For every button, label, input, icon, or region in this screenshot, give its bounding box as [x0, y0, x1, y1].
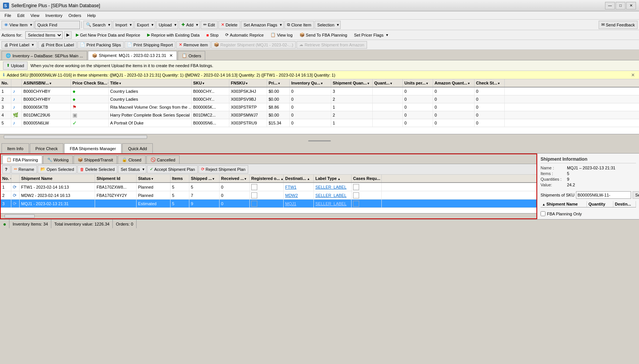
table-row[interactable]: 4 🌿 B01DMC29U6 ▣ Harry Potter Complete B…: [0, 111, 639, 119]
tab-item-info[interactable]: Item Info: [2, 143, 29, 153]
tab-quick-add[interactable]: Quick Add: [122, 143, 152, 153]
fba-tab-closed[interactable]: 🔒 Closed: [118, 155, 145, 164]
set-pricer-button[interactable]: Set Pricer Flags ▼: [351, 31, 391, 39]
fba-table-row[interactable]: 2 ⟳ MDW2 - 2023-02-14 16:13 FBA170ZY4Y2Y…: [1, 191, 536, 200]
fba-col-header-received[interactable]: Received ...: [220, 175, 250, 182]
sku-input[interactable]: [576, 191, 631, 199]
actions-go-button[interactable]: ▶: [64, 31, 72, 39]
menu-help[interactable]: Help: [84, 12, 99, 18]
reg-checkbox-2[interactable]: [251, 192, 257, 198]
dest-link-2[interactable]: MDW2: [285, 193, 298, 198]
main-grid-scrollbar[interactable]: [0, 134, 639, 139]
view-item-button[interactable]: 👁 View Item ▼: [2, 21, 34, 29]
scrollbar-thumb[interactable]: [4, 135, 147, 139]
fba-col-header-items[interactable]: Items: [171, 175, 189, 182]
fba-tab-planning[interactable]: 📋 FBA Planning: [2, 155, 42, 164]
fba-accept-plan-button[interactable]: ✓ Accept Shipment Plan: [147, 165, 198, 174]
print-packing-button[interactable]: 📄 Print Packing Slips: [77, 41, 124, 49]
tab-fba-shipments[interactable]: FBA Shipments Manager: [64, 143, 121, 153]
fba-planning-only-checkbox[interactable]: [541, 211, 545, 216]
fba-col-header-name[interactable]: Shipment Name: [20, 175, 95, 182]
col-header-chk[interactable]: Check St...: [475, 79, 505, 87]
menu-inventory[interactable]: Inventory: [42, 12, 65, 18]
dest-link-3[interactable]: MQJ1: [285, 201, 296, 206]
fba-col-header-reg[interactable]: Registered o...: [250, 175, 284, 182]
fba-col-header-id[interactable]: Shipment Id: [95, 175, 137, 182]
fba-col-header-shipped[interactable]: Shipped ...: [189, 175, 220, 182]
cases-checkbox-2[interactable]: [353, 192, 359, 198]
close-button[interactable]: ✕: [626, 2, 636, 9]
clone-item-button[interactable]: ⧉ Clone Item: [284, 21, 314, 29]
table-row[interactable]: 5 ♪ B00005N6LW ✓ A Portrait Of Duke B000…: [0, 119, 639, 127]
print-label-button[interactable]: 🖨 Print Label ▼: [2, 41, 37, 49]
fba-table-row[interactable]: 3 ⟳ MQJ1 - 2023-02-13 21:31 Estimated 5 …: [1, 200, 536, 208]
col-header-pcs[interactable]: Price Check Sta...: [71, 79, 109, 87]
upload-button[interactable]: ⬆ Upload: [3, 61, 28, 70]
col-header-qty[interactable]: Quant...: [373, 79, 403, 87]
import-button[interactable]: Import ▼: [113, 21, 134, 29]
menu-edit[interactable]: Edit: [14, 12, 28, 18]
cases-checkbox-3[interactable]: [353, 201, 359, 207]
label-link-3[interactable]: SELLER_LABEL: [315, 201, 347, 206]
reg-checkbox-3[interactable]: [251, 201, 257, 207]
fba-col-header-cases[interactable]: Cases Requ...: [352, 175, 382, 182]
fba-col-header-label[interactable]: Label Type: [314, 175, 352, 182]
col-header-fnsku[interactable]: FNSKU: [229, 79, 267, 87]
fba-tab-working[interactable]: 🔧 Working: [43, 155, 73, 164]
fba-tab-cancelled[interactable]: 🚫 Cancelled: [146, 155, 180, 164]
reg-checkbox-1[interactable]: [251, 184, 257, 190]
info-close-button[interactable]: ✕: [630, 72, 636, 78]
fba-scrollbar[interactable]: [1, 213, 536, 218]
table-row[interactable]: 3 ♪ B000065KTB ⚑ Rita Macneil Volume One…: [0, 103, 639, 111]
send-feedback-button[interactable]: ✉ Send Feedback: [599, 21, 637, 29]
shipment-tab-close-icon[interactable]: ✕: [169, 53, 173, 58]
label-link-2[interactable]: SELLER_LABEL: [315, 193, 347, 198]
dest-link-1[interactable]: FTW1: [285, 185, 296, 189]
quick-find-input[interactable]: [35, 21, 80, 29]
menu-view[interactable]: View: [28, 12, 43, 18]
cases-checkbox-1[interactable]: [353, 184, 359, 190]
tab-orders[interactable]: 📋 Orders: [178, 51, 206, 60]
menu-file[interactable]: File: [2, 12, 14, 18]
col-header-title[interactable]: Title: [109, 79, 192, 87]
tab-shipment[interactable]: 📦 Shipment: MQJ1 - 2023-02-13 21:31 ✕: [88, 51, 177, 60]
delete-button[interactable]: ✕ Delete: [218, 21, 240, 29]
maximize-button[interactable]: □: [616, 2, 625, 9]
retrieve-shipment-button[interactable]: ☁ Retrieve Shipment from Amazon: [296, 41, 367, 49]
actions-select[interactable]: Selected Items: [25, 31, 63, 39]
auto-reprice-button[interactable]: ⟳ Automatic Reprice: [223, 31, 266, 39]
fba-set-status-button[interactable]: Set Status ▼: [118, 165, 146, 174]
fba-help-button[interactable]: ?: [2, 165, 11, 174]
fba-delete-selected-button[interactable]: 🗑 Delete Selected: [77, 165, 117, 174]
fba-table-row[interactable]: 1 ⟳ FTW1 - 2023-02-14 16:13 FBA170ZXW8..…: [1, 183, 536, 191]
set-amazon-flags-button[interactable]: Set Amazon Flags ▼: [241, 21, 284, 29]
print-shipping-button[interactable]: 📄 Print Shipping Report: [124, 41, 176, 49]
col-header-amzq[interactable]: Amazon Quant...: [433, 79, 475, 87]
minimize-button[interactable]: —: [605, 2, 615, 9]
export-button[interactable]: Export ▼: [134, 21, 155, 29]
col-header-asin[interactable]: ASIN/ISBN/...: [22, 79, 71, 87]
fba-open-selected-button[interactable]: 📂 Open Selected: [38, 165, 77, 174]
fba-tab-shipped[interactable]: 📦 Shipped/Transit: [74, 155, 117, 164]
col-header-invq[interactable]: Inventory Qu...: [290, 79, 331, 87]
reprice-existing-button[interactable]: ▶ Reprice with Existing Data: [144, 31, 202, 39]
register-shipment-button[interactable]: 📦 Register Shipment (MQJ1 - 2023-02-...): [211, 41, 296, 49]
col-header-price[interactable]: Pri...: [267, 79, 290, 87]
sku-search-button[interactable]: Search: [633, 191, 639, 199]
search-button[interactable]: 🔍 Search ▼: [83, 21, 112, 29]
fba-col-header-dest[interactable]: Destinati...: [284, 175, 314, 182]
menu-orders[interactable]: Orders: [66, 12, 84, 18]
resize-handle[interactable]: [0, 139, 639, 142]
table-row[interactable]: 1 ♪ B000CHYHBY ● Country Ladies B000CHY.…: [0, 88, 639, 95]
stop-button[interactable]: ■ Stop: [204, 31, 221, 39]
print-box-label-button[interactable]: 🖨 Print Box Label: [38, 41, 77, 49]
label-link-1[interactable]: SELLER_LABEL: [315, 185, 347, 189]
fba-reject-plan-button[interactable]: ⟳ Reject Shipment Plan: [198, 165, 248, 174]
table-row[interactable]: 2 ♪ B000CHYHBY ● Country Ladies B000CHY.…: [0, 95, 639, 103]
upload-toolbar-button[interactable]: Upload ▼: [156, 21, 178, 29]
tab-inventory[interactable]: 🌐 Inventory – DataBase: SEPlus Main ...: [2, 51, 87, 60]
send-fba-button[interactable]: 📦 Send To FBA Planning: [297, 31, 350, 39]
remove-item-button[interactable]: ✕ Remove item: [176, 41, 210, 49]
col-header-shipq[interactable]: Shipment Quan...: [331, 79, 373, 87]
fba-col-header-status[interactable]: Status: [137, 175, 171, 182]
